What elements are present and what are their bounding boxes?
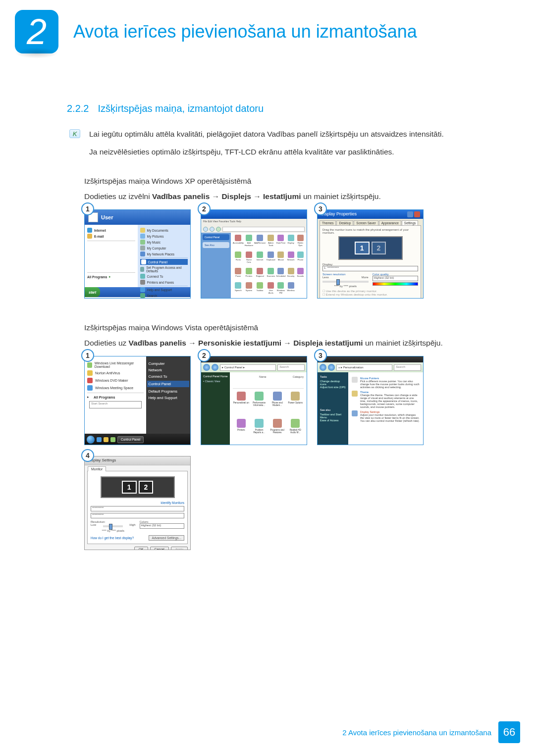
info-note: K Lai iegūtu optimālu attēla kvalitāti, … [69, 128, 505, 164]
footer-text: 2 Avota ierīces pievienošana un izmantoš… [342, 728, 491, 737]
xp-display-properties-screenshot: Display Properties Themes Desktop Screen… [317, 209, 424, 299]
vista-figure-row-1: 1 Windows Live Messenger Download Norton… [84, 356, 520, 445]
control-panel-item-highlighted: Control Panel [140, 259, 188, 265]
xp-control-panel-screenshot: File Edit View Favorites Tools Help Cont… [201, 209, 307, 299]
xp-instruction: Dodieties uz izvēlni Vadības panelis → D… [84, 191, 505, 202]
xp-start-button: start [85, 287, 100, 297]
section-number: 2.2.2 [67, 103, 89, 114]
xp-fig-2: 2 File Edit View Favorites Tools Help Co… [201, 209, 307, 299]
vista-fig-4: 4 Display Settings Monitor 12 Identify M… [84, 456, 191, 550]
vista-figure-row-2: 4 Display Settings Monitor 12 Identify M… [84, 456, 520, 550]
cp-icon: Sounds [296, 268, 305, 281]
cp-icon: Add/Remove [254, 235, 266, 250]
cp-icon: Speech [233, 282, 244, 298]
chapter-header: 2 Avota ierīces pievienošana un izmantoš… [15, 10, 520, 53]
cp-icon: Add Hardware [245, 235, 253, 250]
cp-icon: Fonts [233, 252, 244, 267]
vcp-icon: Personalizati on [233, 392, 250, 415]
step-badge-3: 3 [314, 349, 327, 362]
xp-figure-row: 1 User Internet E-mail All Programs ▸ My… [84, 209, 520, 299]
cp-icon: Windows FW [276, 282, 286, 298]
vista-display-settings-screenshot: Display Settings Monitor 12 Identify Mon… [84, 456, 191, 550]
cp-icon: Taskbar [254, 282, 266, 298]
cp-icon: Regional [254, 268, 266, 281]
cp-icon: Keyboard [267, 252, 275, 267]
step-badge-1: 1 [81, 349, 94, 362]
vcp-icon: Power Options [287, 392, 304, 415]
cp-icon: Game Ctrls [245, 252, 253, 267]
cp-icon: Mouse [276, 252, 286, 267]
vista-fig-3: 3 « ▸ PersonalizationSearch Tasks Change… [317, 356, 424, 445]
cp-icon: Folder Opts [296, 235, 305, 250]
cp-icon: Scheduled [276, 268, 286, 281]
cp-icon: User Accts [267, 282, 275, 298]
chapter-title: Avota ierīces pievienošana un izmantošan… [73, 21, 417, 42]
cp-icon: Scanners [267, 268, 275, 281]
chapter-number-badge: 2 [15, 10, 58, 53]
vista-start-menu-screenshot: Windows Live Messenger Download Norton A… [84, 356, 191, 445]
info-line-2: Ja neizvēlēsieties optimālo izšķirtspēju… [89, 146, 444, 158]
vista-heading: Izšķirtspējas maiņa Windows Vista operēt… [84, 323, 520, 332]
vista-control-panel-screenshot: ▸ Control Panel ▸Search Control Panel Ho… [201, 356, 307, 445]
vcp-icon: Performance Informatio... [251, 392, 268, 415]
vista-orb-icon [87, 436, 95, 444]
section-heading: 2.2.2 Izšķirtspējas maiņa, izmantojot da… [67, 103, 520, 114]
cp-icon: Display [286, 235, 295, 250]
cp-icon: Power [233, 268, 244, 281]
vista-control-panel-highlighted: Control Panel [147, 381, 189, 387]
cp-icon: Wireless [286, 282, 295, 298]
page-footer: 2 Avota ierīces pievienošana un izmantoš… [342, 721, 520, 743]
cp-icon: Printers [245, 268, 253, 281]
info-icon: K [69, 129, 80, 138]
vcp-icon: Realtek HD Audio M... [287, 419, 304, 443]
cp-icon: System [245, 282, 253, 298]
step-badge-2: 2 [198, 349, 211, 362]
section-title: Izšķirtspējas maiņa, izmantojot datoru [98, 103, 264, 114]
vista-personalization-screenshot: « ▸ PersonalizationSearch Tasks Change d… [317, 356, 424, 445]
vcp-icon: Programs and Features [269, 419, 286, 443]
vista-fig-1: 1 Windows Live Messenger Download Norton… [84, 356, 191, 445]
vcp-icon: Problem Reports a... [251, 419, 268, 443]
cp-icon: Internet [254, 252, 266, 267]
cp-icon: Accessibility [233, 235, 244, 250]
cp-icon: Network [286, 252, 295, 267]
cp-icon: Date/Time [276, 235, 286, 250]
xp-heading: Izšķirtspējas maiņa Windows XP operētājs… [84, 177, 520, 186]
vcp-icon: Printers [233, 419, 250, 443]
vcp-icon: Phone and Modem... [269, 392, 286, 415]
step-badge-4: 4 [81, 449, 94, 462]
page-number: 66 [498, 721, 520, 743]
xp-fig-1: 1 User Internet E-mail All Programs ▸ My… [84, 209, 191, 299]
info-line-1: Lai iegūtu optimālu attēla kvalitāti, pi… [89, 128, 444, 140]
step-badge-1: 1 [81, 202, 94, 215]
xp-fig-3: 3 Display Properties Themes Desktop Scre… [317, 209, 424, 299]
xp-start-menu-screenshot: User Internet E-mail All Programs ▸ My D… [84, 209, 191, 299]
vista-instruction: Dodieties uz Vadības panelis → Personisk… [84, 337, 505, 349]
cp-icon: Admin Tools [267, 235, 275, 250]
step-badge-2: 2 [198, 202, 211, 215]
vista-fig-2: 2 ▸ Control Panel ▸Search Control Panel … [201, 356, 307, 445]
step-badge-3: 3 [314, 202, 327, 215]
cp-icon: Security [286, 268, 295, 281]
cp-icon: Phone [296, 252, 305, 267]
